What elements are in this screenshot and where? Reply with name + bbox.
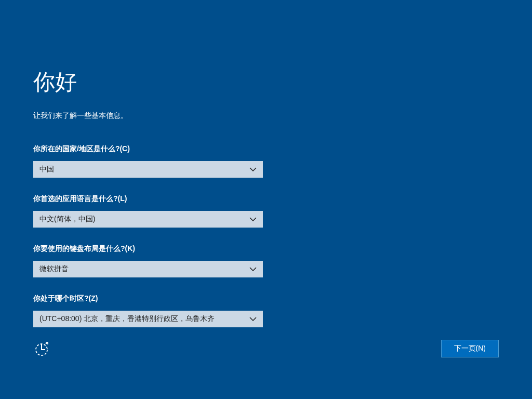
country-dropdown[interactable]: 中国: [33, 161, 263, 178]
language-dropdown[interactable]: 中文(简体，中国): [33, 211, 263, 228]
country-value: 中国: [39, 165, 54, 174]
keyboard-value: 微软拼音: [39, 264, 69, 274]
country-group: 你所在的国家/地区是什么?(C) 中国: [33, 144, 532, 178]
keyboard-dropdown[interactable]: 微软拼音: [33, 261, 263, 277]
language-value: 中文(简体，中国): [39, 215, 95, 224]
chevron-down-icon: [249, 166, 257, 173]
country-label: 你所在的国家/地区是什么?(C): [33, 144, 532, 154]
chevron-down-icon: [249, 315, 257, 323]
keyboard-group: 你要使用的键盘布局是什么?(K) 微软拼音: [33, 244, 532, 277]
timezone-group: 你处于哪个时区?(Z) (UTC+08:00) 北京，重庆，香港特别行政区，乌鲁…: [33, 294, 532, 327]
chevron-down-icon: [249, 216, 257, 223]
page-title: 你好: [33, 68, 532, 97]
next-button[interactable]: 下一页(N): [441, 340, 499, 357]
timezone-label: 你处于哪个时区?(Z): [33, 294, 532, 303]
timezone-value: (UTC+08:00) 北京，重庆，香港特别行政区，乌鲁木齐: [39, 314, 215, 324]
ease-of-access-icon[interactable]: [33, 340, 50, 357]
page-subtitle: 让我们来了解一些基本信息。: [33, 111, 532, 121]
chevron-down-icon: [249, 265, 257, 273]
footer: 下一页(N): [0, 340, 532, 357]
timezone-dropdown[interactable]: (UTC+08:00) 北京，重庆，香港特别行政区，乌鲁木齐: [33, 311, 263, 327]
language-group: 你首选的应用语言是什么?(L) 中文(简体，中国): [33, 194, 532, 228]
language-label: 你首选的应用语言是什么?(L): [33, 194, 532, 204]
keyboard-label: 你要使用的键盘布局是什么?(K): [33, 244, 532, 254]
